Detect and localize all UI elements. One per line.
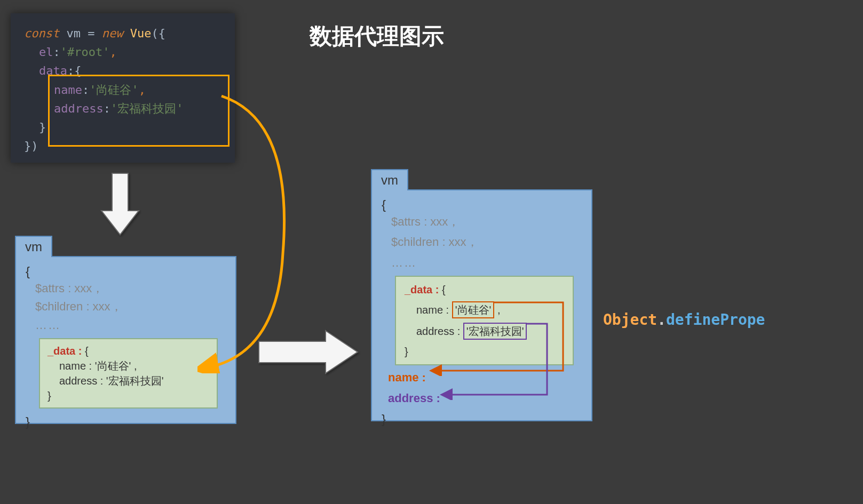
data-label-r: _data : bbox=[405, 284, 442, 295]
address-value: '宏福科技园' bbox=[110, 102, 184, 115]
vm-variable: vm bbox=[66, 27, 81, 40]
data-label: _data : bbox=[47, 345, 85, 357]
new-keyword: new bbox=[102, 27, 123, 40]
inner-brace-close-r: } bbox=[405, 344, 564, 359]
address-value-highlighted: '宏福科技园' bbox=[463, 323, 527, 340]
children-line-r: $children : xxx， bbox=[391, 234, 582, 251]
code-line-3: data:{ bbox=[39, 61, 221, 80]
name-property: name bbox=[54, 83, 82, 97]
code-line-7: }) bbox=[24, 137, 221, 155]
attrs-line: $attrs : xxx， bbox=[35, 281, 226, 297]
paren-open: ( bbox=[151, 27, 158, 40]
name-value-highlighted: '尚硅谷' bbox=[452, 301, 495, 318]
method-text: definePrope bbox=[666, 311, 765, 329]
code-line-4: name:'尚硅谷', bbox=[54, 81, 221, 99]
el-property: el bbox=[39, 45, 53, 59]
panel-brace-close: } bbox=[26, 413, 226, 431]
code-line-5: address:'宏福科技园' bbox=[54, 99, 221, 118]
name-value: '尚硅谷' bbox=[89, 83, 139, 97]
dots-line-r: …… bbox=[391, 255, 582, 271]
data-inner-left: _data : { name : '尚硅谷' , address : '宏福科技… bbox=[39, 338, 218, 409]
dot-text: . bbox=[657, 311, 666, 329]
const-keyword: const bbox=[24, 27, 59, 40]
code-line-6: } bbox=[39, 118, 221, 137]
data-property: data bbox=[39, 64, 67, 77]
vm-tab-right: vm bbox=[371, 169, 408, 190]
inner-brace-close: } bbox=[47, 388, 209, 403]
code-line-2: el:'#root', bbox=[39, 43, 221, 61]
vue-class: Vue bbox=[130, 27, 152, 40]
data-inner-right: _data : { name : '尚硅谷' , address : '宏福科技… bbox=[395, 276, 574, 365]
panel-content-right: { $attrs : xxx， $children : xxx， …… _dat… bbox=[372, 190, 591, 433]
vm-panel-left: vm { $attrs : xxx， $children : xxx， …… _… bbox=[15, 256, 236, 424]
address-line: address : '宏福科技园' bbox=[59, 373, 209, 388]
diagram-title: 数据代理图示 bbox=[310, 21, 444, 51]
children-line: $children : xxx， bbox=[35, 299, 226, 315]
vm-tab-left: vm bbox=[15, 236, 52, 257]
arrow-down-icon bbox=[99, 171, 141, 240]
arrow-right-icon bbox=[256, 325, 363, 379]
panel-brace-open-r: { bbox=[382, 196, 582, 214]
el-value: '#root' bbox=[60, 45, 110, 59]
address-property: address bbox=[54, 102, 104, 115]
panel-content-left: { $attrs : xxx， $children : xxx， …… _dat… bbox=[16, 257, 235, 436]
name-line-r: name : '尚硅谷' , bbox=[416, 301, 564, 318]
address-line-r: address : '宏福科技园' bbox=[416, 323, 564, 340]
attrs-line-r: $attrs : xxx， bbox=[391, 214, 582, 230]
panel-brace-open: { bbox=[26, 262, 226, 281]
code-line-1: const vm = new Vue({ bbox=[24, 24, 221, 43]
object-text: Object bbox=[603, 311, 657, 329]
dots-line: …… bbox=[35, 317, 226, 334]
panel-brace-close-r: } bbox=[382, 410, 582, 428]
equals-sign: = bbox=[88, 27, 94, 40]
proxy-address-label: address : bbox=[388, 390, 582, 407]
code-snippet-block: const vm = new Vue({ el:'#root', data:{ … bbox=[11, 13, 235, 163]
vm-panel-right: vm { $attrs : xxx， $children : xxx， …… _… bbox=[371, 189, 592, 421]
define-property-text: Object.definePrope bbox=[603, 311, 765, 329]
name-line: name : '尚硅谷' , bbox=[59, 358, 209, 373]
proxy-name-label: name : bbox=[388, 370, 582, 386]
brace-open: { bbox=[159, 27, 165, 40]
